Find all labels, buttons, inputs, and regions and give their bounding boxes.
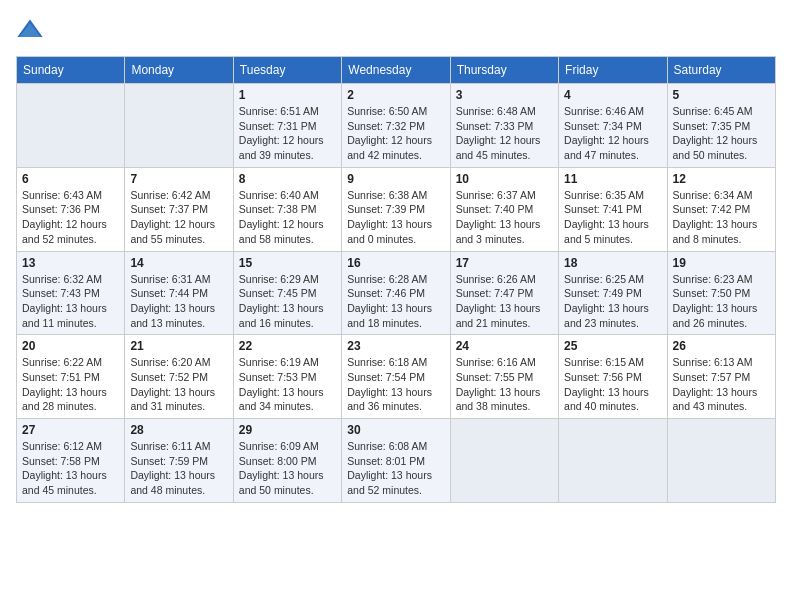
calendar-cell: 17Sunrise: 6:26 AMSunset: 7:47 PMDayligh… xyxy=(450,251,558,335)
day-info: Sunrise: 6:34 AMSunset: 7:42 PMDaylight:… xyxy=(673,188,770,247)
calendar-cell: 21Sunrise: 6:20 AMSunset: 7:52 PMDayligh… xyxy=(125,335,233,419)
calendar-week-row: 13Sunrise: 6:32 AMSunset: 7:43 PMDayligh… xyxy=(17,251,776,335)
calendar-cell: 30Sunrise: 6:08 AMSunset: 8:01 PMDayligh… xyxy=(342,419,450,503)
day-header-wednesday: Wednesday xyxy=(342,57,450,84)
day-number: 9 xyxy=(347,172,444,186)
day-number: 27 xyxy=(22,423,119,437)
day-info: Sunrise: 6:43 AMSunset: 7:36 PMDaylight:… xyxy=(22,188,119,247)
calendar-cell xyxy=(450,419,558,503)
calendar-cell: 15Sunrise: 6:29 AMSunset: 7:45 PMDayligh… xyxy=(233,251,341,335)
day-info: Sunrise: 6:40 AMSunset: 7:38 PMDaylight:… xyxy=(239,188,336,247)
calendar-cell: 1Sunrise: 6:51 AMSunset: 7:31 PMDaylight… xyxy=(233,84,341,168)
day-header-monday: Monday xyxy=(125,57,233,84)
day-number: 16 xyxy=(347,256,444,270)
day-header-sunday: Sunday xyxy=(17,57,125,84)
calendar-cell: 8Sunrise: 6:40 AMSunset: 7:38 PMDaylight… xyxy=(233,167,341,251)
day-info: Sunrise: 6:35 AMSunset: 7:41 PMDaylight:… xyxy=(564,188,661,247)
day-number: 12 xyxy=(673,172,770,186)
day-info: Sunrise: 6:23 AMSunset: 7:50 PMDaylight:… xyxy=(673,272,770,331)
day-number: 22 xyxy=(239,339,336,353)
calendar-cell: 25Sunrise: 6:15 AMSunset: 7:56 PMDayligh… xyxy=(559,335,667,419)
day-number: 6 xyxy=(22,172,119,186)
day-info: Sunrise: 6:15 AMSunset: 7:56 PMDaylight:… xyxy=(564,355,661,414)
day-number: 24 xyxy=(456,339,553,353)
calendar-cell: 24Sunrise: 6:16 AMSunset: 7:55 PMDayligh… xyxy=(450,335,558,419)
day-info: Sunrise: 6:18 AMSunset: 7:54 PMDaylight:… xyxy=(347,355,444,414)
day-number: 29 xyxy=(239,423,336,437)
day-number: 4 xyxy=(564,88,661,102)
calendar-cell: 20Sunrise: 6:22 AMSunset: 7:51 PMDayligh… xyxy=(17,335,125,419)
calendar-cell: 27Sunrise: 6:12 AMSunset: 7:58 PMDayligh… xyxy=(17,419,125,503)
day-info: Sunrise: 6:22 AMSunset: 7:51 PMDaylight:… xyxy=(22,355,119,414)
calendar-cell: 22Sunrise: 6:19 AMSunset: 7:53 PMDayligh… xyxy=(233,335,341,419)
day-number: 8 xyxy=(239,172,336,186)
calendar-cell: 16Sunrise: 6:28 AMSunset: 7:46 PMDayligh… xyxy=(342,251,450,335)
day-info: Sunrise: 6:42 AMSunset: 7:37 PMDaylight:… xyxy=(130,188,227,247)
calendar-week-row: 6Sunrise: 6:43 AMSunset: 7:36 PMDaylight… xyxy=(17,167,776,251)
day-info: Sunrise: 6:08 AMSunset: 8:01 PMDaylight:… xyxy=(347,439,444,498)
calendar-cell: 6Sunrise: 6:43 AMSunset: 7:36 PMDaylight… xyxy=(17,167,125,251)
calendar-cell: 5Sunrise: 6:45 AMSunset: 7:35 PMDaylight… xyxy=(667,84,775,168)
logo-icon xyxy=(16,16,44,44)
calendar-header-row: SundayMondayTuesdayWednesdayThursdayFrid… xyxy=(17,57,776,84)
day-info: Sunrise: 6:16 AMSunset: 7:55 PMDaylight:… xyxy=(456,355,553,414)
day-number: 2 xyxy=(347,88,444,102)
calendar-cell: 3Sunrise: 6:48 AMSunset: 7:33 PMDaylight… xyxy=(450,84,558,168)
calendar-week-row: 1Sunrise: 6:51 AMSunset: 7:31 PMDaylight… xyxy=(17,84,776,168)
day-info: Sunrise: 6:13 AMSunset: 7:57 PMDaylight:… xyxy=(673,355,770,414)
day-info: Sunrise: 6:48 AMSunset: 7:33 PMDaylight:… xyxy=(456,104,553,163)
day-info: Sunrise: 6:29 AMSunset: 7:45 PMDaylight:… xyxy=(239,272,336,331)
calendar-cell: 23Sunrise: 6:18 AMSunset: 7:54 PMDayligh… xyxy=(342,335,450,419)
page-header xyxy=(16,16,776,44)
calendar-cell: 7Sunrise: 6:42 AMSunset: 7:37 PMDaylight… xyxy=(125,167,233,251)
day-info: Sunrise: 6:51 AMSunset: 7:31 PMDaylight:… xyxy=(239,104,336,163)
day-info: Sunrise: 6:32 AMSunset: 7:43 PMDaylight:… xyxy=(22,272,119,331)
calendar-cell xyxy=(667,419,775,503)
calendar-cell: 4Sunrise: 6:46 AMSunset: 7:34 PMDaylight… xyxy=(559,84,667,168)
day-info: Sunrise: 6:31 AMSunset: 7:44 PMDaylight:… xyxy=(130,272,227,331)
day-header-saturday: Saturday xyxy=(667,57,775,84)
calendar-cell: 11Sunrise: 6:35 AMSunset: 7:41 PMDayligh… xyxy=(559,167,667,251)
calendar-cell: 28Sunrise: 6:11 AMSunset: 7:59 PMDayligh… xyxy=(125,419,233,503)
calendar-week-row: 20Sunrise: 6:22 AMSunset: 7:51 PMDayligh… xyxy=(17,335,776,419)
calendar-table: SundayMondayTuesdayWednesdayThursdayFrid… xyxy=(16,56,776,503)
day-number: 15 xyxy=(239,256,336,270)
day-number: 17 xyxy=(456,256,553,270)
calendar-cell: 9Sunrise: 6:38 AMSunset: 7:39 PMDaylight… xyxy=(342,167,450,251)
calendar-cell: 14Sunrise: 6:31 AMSunset: 7:44 PMDayligh… xyxy=(125,251,233,335)
day-header-friday: Friday xyxy=(559,57,667,84)
day-info: Sunrise: 6:45 AMSunset: 7:35 PMDaylight:… xyxy=(673,104,770,163)
calendar-cell: 12Sunrise: 6:34 AMSunset: 7:42 PMDayligh… xyxy=(667,167,775,251)
day-info: Sunrise: 6:25 AMSunset: 7:49 PMDaylight:… xyxy=(564,272,661,331)
day-info: Sunrise: 6:19 AMSunset: 7:53 PMDaylight:… xyxy=(239,355,336,414)
day-number: 10 xyxy=(456,172,553,186)
calendar-cell: 2Sunrise: 6:50 AMSunset: 7:32 PMDaylight… xyxy=(342,84,450,168)
day-info: Sunrise: 6:11 AMSunset: 7:59 PMDaylight:… xyxy=(130,439,227,498)
calendar-cell: 13Sunrise: 6:32 AMSunset: 7:43 PMDayligh… xyxy=(17,251,125,335)
day-number: 14 xyxy=(130,256,227,270)
logo xyxy=(16,16,48,44)
day-info: Sunrise: 6:12 AMSunset: 7:58 PMDaylight:… xyxy=(22,439,119,498)
calendar-cell: 26Sunrise: 6:13 AMSunset: 7:57 PMDayligh… xyxy=(667,335,775,419)
day-header-tuesday: Tuesday xyxy=(233,57,341,84)
day-number: 11 xyxy=(564,172,661,186)
day-number: 5 xyxy=(673,88,770,102)
day-number: 18 xyxy=(564,256,661,270)
day-info: Sunrise: 6:50 AMSunset: 7:32 PMDaylight:… xyxy=(347,104,444,163)
day-info: Sunrise: 6:09 AMSunset: 8:00 PMDaylight:… xyxy=(239,439,336,498)
day-number: 7 xyxy=(130,172,227,186)
day-info: Sunrise: 6:28 AMSunset: 7:46 PMDaylight:… xyxy=(347,272,444,331)
day-number: 26 xyxy=(673,339,770,353)
calendar-cell: 18Sunrise: 6:25 AMSunset: 7:49 PMDayligh… xyxy=(559,251,667,335)
day-number: 28 xyxy=(130,423,227,437)
calendar-week-row: 27Sunrise: 6:12 AMSunset: 7:58 PMDayligh… xyxy=(17,419,776,503)
calendar-cell xyxy=(17,84,125,168)
day-info: Sunrise: 6:37 AMSunset: 7:40 PMDaylight:… xyxy=(456,188,553,247)
day-number: 30 xyxy=(347,423,444,437)
day-number: 20 xyxy=(22,339,119,353)
day-number: 19 xyxy=(673,256,770,270)
day-number: 23 xyxy=(347,339,444,353)
day-number: 1 xyxy=(239,88,336,102)
day-header-thursday: Thursday xyxy=(450,57,558,84)
day-number: 21 xyxy=(130,339,227,353)
